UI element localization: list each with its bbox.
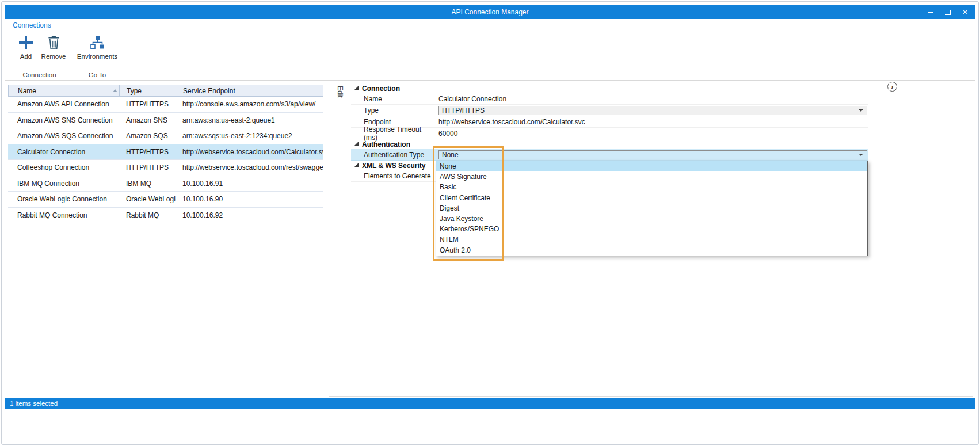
response-timeout-field[interactable]: 60000 — [436, 128, 868, 139]
column-header-type-label: Type — [127, 87, 142, 95]
column-header-type[interactable]: Type — [120, 85, 176, 96]
remove-button[interactable]: Remove — [39, 35, 68, 60]
property-label: Name — [351, 93, 436, 104]
property-label: Type — [351, 105, 436, 116]
chevron-down-icon — [859, 109, 863, 112]
type-field-wrap: HTTP/HTTPS — [436, 105, 868, 116]
maximize-button[interactable] — [939, 5, 956, 19]
table-row[interactable]: Rabbit MQ Connection Rabbit MQ 10.100.16… — [8, 208, 323, 224]
cell-type: HTTP/HTTPS — [119, 97, 176, 112]
table-row-selected[interactable]: Calculator Connection HTTP/HTTPS http://… — [8, 144, 323, 161]
window-title: API Connection Manager — [5, 5, 975, 19]
edit-tab[interactable]: Edit — [336, 86, 344, 98]
column-header-endpoint-label: Service Endpoint — [183, 87, 235, 95]
edit-panel-border — [329, 396, 973, 397]
table-row[interactable]: Amazon AWS SQS Connection Amazon SQS arn… — [8, 128, 323, 144]
cell-name: Calculator Connection — [8, 144, 119, 160]
sort-ascending-icon — [113, 89, 117, 92]
dropdown-option-oauth-2-0[interactable]: OAuth 2.0 — [436, 245, 867, 256]
toolbar-separator — [121, 33, 121, 77]
endpoint-field[interactable]: http://webservice.toscacloud.com/Calcula… — [436, 116, 868, 127]
property-row-type: Type HTTP/HTTPS — [351, 105, 868, 116]
panel-splitter[interactable] — [329, 81, 329, 397]
property-label: Elements to Generate — [351, 170, 436, 181]
table-row[interactable]: Coffeeshop Connection HTTP/HTTPS http://… — [8, 160, 323, 176]
cell-endpoint: 10.100.16.90 — [176, 192, 323, 207]
collapse-panel-button[interactable]: › — [887, 82, 897, 92]
table-row[interactable]: Oracle WebLogic Connection Oracle WebLog… — [8, 192, 323, 208]
dropdown-option-client-certificate[interactable]: Client Certificate — [436, 193, 867, 203]
property-row-response-timeout: Response Timeout (ms) 60000 — [351, 128, 868, 139]
cell-type: Amazon SQS — [119, 128, 176, 144]
expander-icon — [354, 86, 359, 90]
cell-name: IBM MQ Connection — [8, 176, 119, 192]
property-row-name: Name Calculator Connection — [351, 93, 868, 105]
environments-icon — [90, 35, 105, 50]
cell-endpoint: arn:aws:sns:us-east-2:queue1 — [176, 113, 323, 128]
status-bar: 1 items selected — [5, 398, 975, 409]
column-header-name[interactable]: Name — [9, 85, 120, 96]
minimize-icon — [928, 12, 933, 13]
cell-name: Oracle WebLogic Connection — [8, 192, 119, 207]
cell-name: Amazon AWS SNS Connection — [8, 113, 119, 128]
remove-button-label: Remove — [41, 53, 66, 60]
close-button[interactable]: ✕ — [956, 5, 974, 19]
dropdown-option-digest[interactable]: Digest — [436, 203, 867, 214]
connections-table: Name Type Service Endpoint Amazon AWS AP… — [8, 85, 323, 395]
cell-name: Coffeeshop Connection — [8, 160, 119, 176]
environments-button-label: Environments — [77, 53, 117, 60]
status-text: 1 items selected — [10, 400, 58, 407]
dropdown-option-none[interactable]: None — [436, 161, 867, 171]
expander-icon — [354, 142, 359, 146]
table-row[interactable]: Amazon AWS SNS Connection Amazon SNS arn… — [8, 113, 323, 129]
plus-icon — [18, 35, 33, 50]
tab-connections[interactable]: Connections — [13, 21, 51, 29]
property-label: Authentication Type — [351, 149, 436, 160]
authentication-type-value: None — [442, 151, 459, 159]
cell-name: Amazon AWS API Connection — [8, 97, 119, 112]
toolbar: Add Remove — [5, 31, 975, 81]
column-header-name-label: Name — [18, 87, 36, 95]
authentication-type-dropdown[interactable]: None — [438, 150, 867, 159]
chevron-down-icon — [859, 154, 863, 156]
dropdown-option-aws-signature[interactable]: AWS Signature — [436, 171, 867, 182]
table-header: Name Type Service Endpoint — [8, 85, 323, 97]
main-content: Name Type Service Endpoint Amazon AWS AP… — [5, 81, 975, 398]
table-row[interactable]: IBM MQ Connection IBM MQ 10.100.16.91 — [8, 176, 323, 192]
add-button[interactable]: Add — [14, 35, 37, 60]
ribbon-tab-row: Connections — [5, 19, 975, 31]
group-label: XML & WS Security — [362, 162, 425, 170]
dropdown-option-ntlm[interactable]: NTLM — [436, 234, 867, 245]
column-header-endpoint[interactable]: Service Endpoint — [176, 85, 323, 96]
property-label: Response Timeout (ms) — [351, 128, 436, 139]
cell-type: Amazon SNS — [119, 113, 176, 128]
cell-endpoint: http://webservice.toscacloud.com/Calcula… — [176, 144, 323, 160]
cell-name: Rabbit MQ Connection — [8, 208, 119, 223]
table-row[interactable]: Amazon AWS API Connection HTTP/HTTPS htt… — [8, 97, 323, 113]
cell-type: HTTP/HTTPS — [119, 160, 176, 176]
dropdown-option-basic[interactable]: Basic — [436, 182, 867, 192]
cell-endpoint: 10.100.16.92 — [176, 208, 323, 223]
property-grid: Connection Name Calculator Connection Ty… — [351, 83, 868, 394]
cell-endpoint: http://console.aws.amazon.com/s3/ap/view… — [176, 97, 323, 112]
cell-type: HTTP/HTTPS — [119, 144, 176, 160]
close-icon: ✕ — [962, 9, 968, 16]
minimize-button[interactable] — [922, 5, 939, 19]
property-row-authentication-type: Authentication Type None — [351, 149, 868, 161]
group-header-connection[interactable]: Connection — [351, 83, 868, 93]
name-field[interactable]: Calculator Connection — [436, 93, 868, 104]
dropdown-option-kerberos-spnego[interactable]: Kerberos/SPNEGO — [436, 224, 867, 234]
cell-type: Rabbit MQ — [119, 208, 176, 223]
dropdown-option-java-keystore[interactable]: Java Keystore — [436, 214, 867, 224]
auth-type-field-wrap: None — [436, 149, 868, 160]
type-dropdown[interactable]: HTTP/HTTPS — [438, 106, 867, 115]
cell-type: Oracle WebLogic — [119, 192, 176, 207]
cell-endpoint: 10.100.16.91 — [176, 176, 323, 192]
toolbar-separator — [74, 33, 74, 77]
app-window: API Connection Manager ✕ Connections Add — [5, 5, 975, 409]
cell-endpoint: http://webservice.toscacloud.com/rest/sw… — [176, 160, 323, 176]
environments-button[interactable]: Environments — [75, 35, 119, 60]
window-controls: ✕ — [922, 5, 974, 19]
chevron-right-icon: › — [891, 83, 894, 91]
group-label: Connection — [362, 85, 400, 93]
